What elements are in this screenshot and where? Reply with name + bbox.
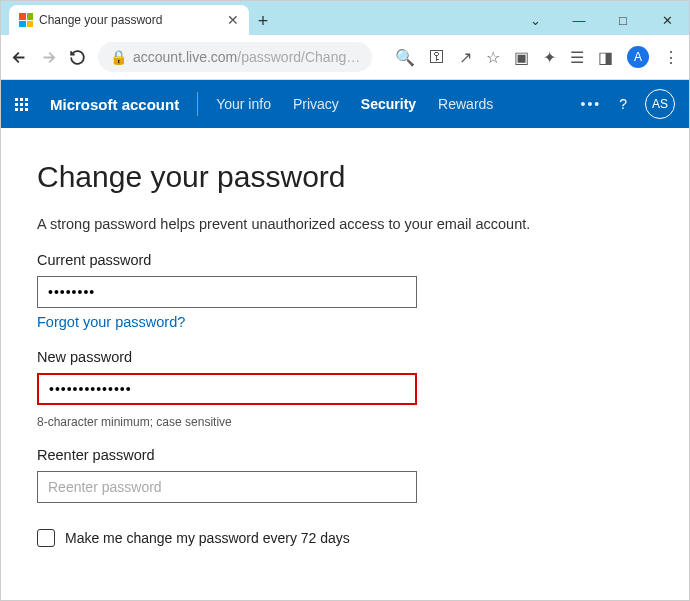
install-icon[interactable]: ▣ xyxy=(514,48,529,67)
browser-profile-avatar[interactable]: A xyxy=(627,46,649,68)
nav-security[interactable]: Security xyxy=(361,96,416,112)
browser-tab[interactable]: Change your password ✕ xyxy=(9,5,249,35)
nav-your-info[interactable]: Your info xyxy=(216,96,271,112)
forward-icon[interactable] xyxy=(40,49,57,66)
main-content: Change your password A strong password h… xyxy=(1,128,689,579)
minimize-icon[interactable]: — xyxy=(557,5,601,35)
reenter-password-input[interactable]: Reenter password xyxy=(37,471,417,503)
chevron-down-icon[interactable]: ⌄ xyxy=(513,5,557,35)
lock-icon: 🔒 xyxy=(110,49,127,65)
back-icon[interactable] xyxy=(11,49,28,66)
brand-label[interactable]: Microsoft account xyxy=(50,96,179,113)
close-tab-icon[interactable]: ✕ xyxy=(227,12,239,28)
app-launcher-icon[interactable] xyxy=(15,98,28,111)
microsoft-logo-icon xyxy=(19,13,33,27)
browser-toolbar: 🔒 account.live.com/password/Chang… 🔍 ⚿ ↗… xyxy=(1,35,689,80)
page-title: Change your password xyxy=(37,160,653,194)
rotate-password-label: Make me change my password every 72 days xyxy=(65,530,350,546)
search-icon[interactable]: 🔍 xyxy=(395,48,415,67)
new-password-input[interactable]: •••••••••••••• xyxy=(37,373,417,405)
window-controls: ⌄ — □ ✕ xyxy=(513,5,689,35)
new-tab-button[interactable]: + xyxy=(249,7,277,35)
rotate-password-checkbox[interactable] xyxy=(37,529,55,547)
password-hint: 8-character minimum; case sensitive xyxy=(37,415,653,429)
key-icon[interactable]: ⚿ xyxy=(429,48,445,66)
browser-titlebar: Change your password ✕ + ⌄ — □ ✕ xyxy=(1,1,689,35)
nav-rewards[interactable]: Rewards xyxy=(438,96,493,112)
sidepanel-icon[interactable]: ◨ xyxy=(598,48,613,67)
current-password-label: Current password xyxy=(37,252,653,268)
star-icon[interactable]: ☆ xyxy=(486,48,500,67)
nav-privacy[interactable]: Privacy xyxy=(293,96,339,112)
forgot-password-link[interactable]: Forgot your password? xyxy=(37,314,185,330)
reload-icon[interactable] xyxy=(69,49,86,66)
reading-list-icon[interactable]: ☰ xyxy=(570,48,584,67)
tab-title: Change your password xyxy=(39,13,221,27)
site-header: Microsoft account Your info Privacy Secu… xyxy=(1,80,689,128)
address-bar[interactable]: 🔒 account.live.com/password/Chang… xyxy=(98,42,372,72)
account-avatar[interactable]: AS xyxy=(645,89,675,119)
extension-icon[interactable]: ✦ xyxy=(543,48,556,67)
help-icon[interactable]: ? xyxy=(619,96,627,112)
current-password-input[interactable]: •••••••• xyxy=(37,276,417,308)
menu-icon[interactable]: ⋮ xyxy=(663,48,679,67)
new-password-label: New password xyxy=(37,349,653,365)
reenter-password-label: Reenter password xyxy=(37,447,653,463)
divider xyxy=(197,92,198,116)
close-window-icon[interactable]: ✕ xyxy=(645,5,689,35)
more-icon[interactable]: ••• xyxy=(580,96,601,112)
page-description: A strong password helps prevent unauthor… xyxy=(37,216,653,232)
maximize-icon[interactable]: □ xyxy=(601,5,645,35)
url-text: account.live.com/password/Chang… xyxy=(133,49,360,65)
share-icon[interactable]: ↗ xyxy=(459,48,472,67)
